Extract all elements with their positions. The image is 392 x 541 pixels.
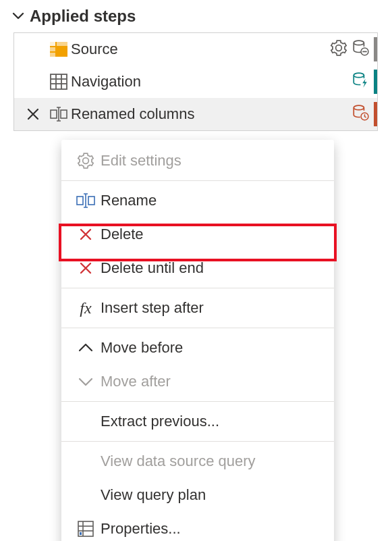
step-label: Renamed columns [71, 105, 352, 123]
step-delete-button[interactable] [20, 107, 47, 122]
applied-steps-title: Applied steps [30, 7, 136, 26]
step-accent-bar [374, 37, 377, 61]
menu-item-label: Rename [101, 192, 157, 209]
menu-item-label: Extract previous... [101, 413, 219, 430]
step-row-renamed-columns[interactable]: Renamed columns [14, 98, 377, 130]
menu-item-label: Move after [101, 373, 171, 390]
menu-separator [61, 288, 334, 288]
menu-extract-previous[interactable]: Extract previous... [61, 405, 334, 438]
gear-icon[interactable] [330, 39, 347, 60]
menu-separator [61, 180, 334, 181]
step-row-source[interactable]: Source [14, 33, 377, 66]
svg-rect-2 [57, 42, 67, 46]
menu-insert-step-after[interactable]: fx Insert step after [61, 291, 334, 325]
menu-item-label: Delete [101, 226, 144, 243]
chevron-down-icon [71, 376, 101, 387]
svg-point-5 [354, 41, 364, 45]
database-clock-icon [352, 104, 369, 125]
menu-item-label: Move before [101, 339, 183, 357]
rename-columns-icon [47, 105, 71, 124]
svg-point-17 [354, 105, 364, 110]
context-menu: Edit settings Rename Delete [61, 140, 334, 541]
menu-item-label: Delete until end [101, 259, 204, 277]
rename-icon [71, 193, 101, 208]
step-label: Navigation [71, 73, 352, 91]
menu-move-after: Move after [61, 365, 334, 398]
fx-icon: fx [71, 299, 101, 317]
gear-icon [71, 152, 101, 170]
step-accent-bar [374, 102, 377, 126]
menu-delete[interactable]: Delete [61, 217, 334, 251]
svg-rect-26 [80, 532, 82, 535]
menu-item-label: Insert step after [101, 299, 204, 317]
svg-rect-19 [77, 197, 83, 205]
database-minus-icon [352, 39, 369, 60]
menu-separator [61, 441, 334, 442]
menu-item-label: View query plan [101, 486, 206, 504]
menu-rename[interactable]: Rename [61, 184, 334, 217]
close-icon [26, 107, 40, 122]
chevron-up-icon [71, 342, 101, 353]
chevron-down-icon [12, 10, 24, 22]
menu-separator [61, 328, 334, 328]
table-icon [47, 72, 71, 91]
menu-view-query-plan[interactable]: View query plan [61, 478, 334, 512]
menu-properties[interactable]: Properties... [61, 512, 334, 541]
svg-rect-1 [50, 42, 55, 46]
svg-rect-8 [51, 74, 67, 89]
database-lightning-icon [352, 72, 369, 93]
menu-item-label: Edit settings [101, 152, 181, 170]
step-accent-bar [374, 70, 377, 94]
applied-steps-panel: Source [13, 32, 378, 131]
svg-rect-4 [50, 53, 55, 57]
menu-separator [61, 401, 334, 402]
source-icon [47, 40, 71, 59]
menu-delete-until-end[interactable]: Delete until end [61, 251, 334, 285]
step-row-navigation[interactable]: Navigation [14, 66, 377, 98]
menu-item-label: Properties... [101, 520, 181, 538]
svg-rect-15 [61, 110, 67, 118]
svg-rect-14 [51, 110, 57, 118]
properties-icon [71, 520, 101, 538]
delete-x-icon [71, 260, 101, 276]
svg-point-13 [354, 73, 364, 78]
menu-edit-settings: Edit settings [61, 144, 334, 178]
svg-rect-20 [88, 197, 94, 205]
menu-move-before[interactable]: Move before [61, 331, 334, 365]
menu-view-data-source-query: View data source query [61, 444, 334, 478]
svg-rect-3 [50, 47, 55, 51]
step-label: Source [71, 41, 330, 58]
menu-item-label: View data source query [101, 453, 256, 470]
applied-steps-header[interactable]: Applied steps [0, 0, 392, 32]
delete-x-icon [71, 226, 101, 242]
